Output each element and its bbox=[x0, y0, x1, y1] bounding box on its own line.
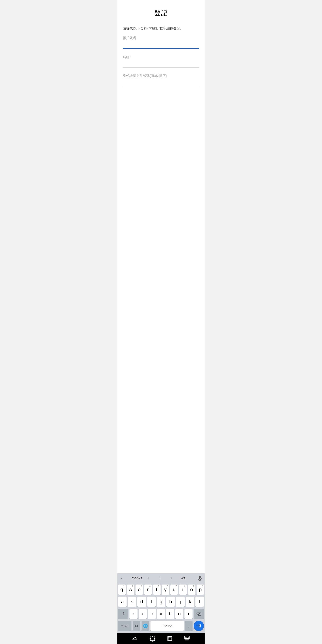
svg-point-8 bbox=[150, 636, 154, 641]
id-doc-field-group: 身份證明文件號碼(頭4位數字) bbox=[123, 74, 199, 86]
key-v[interactable]: v bbox=[157, 609, 165, 619]
key-t[interactable]: 5t bbox=[153, 584, 160, 595]
key-q[interactable]: 1q bbox=[118, 584, 126, 595]
key-n[interactable]: n bbox=[175, 609, 183, 619]
symbol-key[interactable]: ?123 bbox=[118, 621, 132, 631]
suggestions-bar: › thanks I we bbox=[118, 573, 204, 583]
page-title: 登記 bbox=[123, 9, 199, 18]
svg-rect-9 bbox=[168, 637, 171, 640]
key-f[interactable]: f bbox=[147, 596, 156, 607]
shift-key[interactable]: ⇧ bbox=[118, 609, 128, 619]
mic-button[interactable] bbox=[195, 573, 204, 583]
key-s[interactable]: s bbox=[128, 596, 136, 607]
id-doc-label: 身份證明文件號碼(頭4位數字) bbox=[123, 74, 199, 78]
key-rows: 1q 2w 3e 4r 5t 6y 7u 8i 9o 0p a s d f g … bbox=[118, 583, 204, 633]
key-j[interactable]: j bbox=[176, 596, 184, 607]
back-nav-icon[interactable] bbox=[132, 636, 137, 641]
key-o[interactable]: 9o bbox=[188, 584, 196, 595]
space-key[interactable]: English bbox=[150, 621, 184, 631]
key-x[interactable]: x bbox=[139, 609, 147, 619]
key-a[interactable]: a bbox=[118, 596, 126, 607]
key-row-4: ?123 ☺ 🌐 English . bbox=[118, 621, 204, 631]
key-d[interactable]: d bbox=[137, 596, 146, 607]
key-i[interactable]: 8i bbox=[179, 584, 187, 595]
account-label: 帳戶號碼 bbox=[123, 36, 199, 40]
svg-rect-13 bbox=[188, 637, 189, 638]
key-w[interactable]: 2w bbox=[127, 584, 134, 595]
suggestion-we[interactable]: we bbox=[172, 576, 195, 580]
key-k[interactable]: k bbox=[186, 596, 194, 607]
emoji-key[interactable]: ☺ bbox=[132, 621, 140, 631]
nav-bar bbox=[118, 633, 204, 644]
key-y[interactable]: 6y bbox=[162, 584, 169, 595]
globe-key[interactable]: 🌐 bbox=[142, 621, 149, 631]
key-l[interactable]: l bbox=[196, 596, 204, 607]
key-c[interactable]: c bbox=[148, 609, 156, 619]
svg-rect-14 bbox=[185, 638, 189, 639]
action-key[interactable] bbox=[194, 621, 204, 631]
key-row-1: 1q 2w 3e 4r 5t 6y 7u 8i 9o 0p bbox=[118, 584, 204, 595]
key-p[interactable]: 0p bbox=[196, 584, 204, 595]
suggestion-i[interactable]: I bbox=[148, 576, 172, 580]
keyboard-container: › thanks I we 1q 2w 3e 4r 5t 6y 7u 8i bbox=[118, 573, 204, 633]
keyboard-nav-icon[interactable] bbox=[184, 636, 190, 642]
key-row-2: a s d f g h j k l bbox=[118, 596, 204, 607]
svg-marker-7 bbox=[132, 636, 137, 640]
spacer bbox=[118, 546, 204, 573]
account-field-group: 帳戶號碼 bbox=[123, 36, 199, 49]
key-b[interactable]: b bbox=[166, 609, 174, 619]
key-e[interactable]: 3e bbox=[136, 584, 143, 595]
key-z[interactable]: z bbox=[130, 609, 138, 619]
suggestions-expand-arrow[interactable]: › bbox=[118, 573, 126, 583]
svg-rect-0 bbox=[199, 576, 200, 579]
key-u[interactable]: 7u bbox=[170, 584, 178, 595]
home-nav-icon[interactable] bbox=[150, 636, 156, 642]
key-row-3: ⇧ z x c v b n m bbox=[118, 609, 204, 619]
key-g[interactable]: g bbox=[157, 596, 165, 607]
name-field-group: 名稱 bbox=[123, 55, 199, 68]
suggestion-thanks[interactable]: thanks bbox=[126, 576, 148, 580]
svg-rect-12 bbox=[186, 637, 188, 638]
svg-rect-11 bbox=[185, 637, 186, 638]
form-area: 登記 請提供以下資料作指紋/ 數字編碼登記。 帳戶號碼 名稱 身份證明文件號碼(… bbox=[118, 0, 204, 546]
recent-nav-icon[interactable] bbox=[168, 636, 172, 641]
account-input[interactable] bbox=[123, 42, 199, 49]
svg-rect-10 bbox=[184, 636, 190, 639]
name-label: 名稱 bbox=[123, 55, 199, 59]
form-description: 請提供以下資料作指紋/ 數字編碼登記。 bbox=[123, 26, 199, 31]
suggestions-words: thanks I we bbox=[126, 576, 195, 580]
period-key[interactable]: . bbox=[185, 621, 192, 631]
name-input[interactable] bbox=[123, 60, 199, 68]
backspace-key[interactable] bbox=[194, 609, 204, 619]
key-h[interactable]: h bbox=[166, 596, 175, 607]
key-r[interactable]: 4r bbox=[144, 584, 152, 595]
id-doc-input[interactable] bbox=[123, 80, 199, 86]
key-m[interactable]: m bbox=[184, 609, 192, 619]
